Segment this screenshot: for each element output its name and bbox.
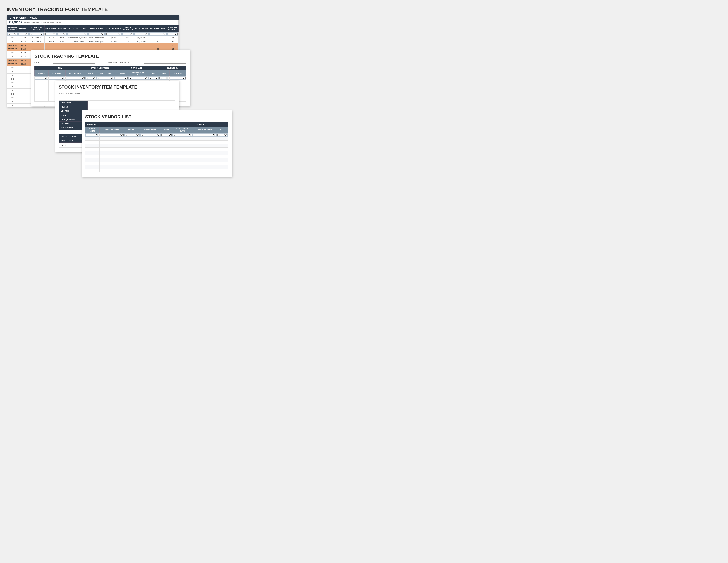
- filter-itemname[interactable]: ▼: [44, 32, 57, 36]
- table-cell: E123: [18, 51, 29, 55]
- table-row: [85, 151, 228, 155]
- table-cell: [124, 137, 140, 141]
- sub-unit: UNIT: [148, 70, 159, 76]
- table-cell: 14: [167, 36, 178, 39]
- filter-totalval[interactable]: ▼: [134, 32, 149, 36]
- table-cell: [35, 80, 49, 84]
- filter-reorderlevel[interactable]: ▼: [149, 32, 167, 36]
- table-cell: OK: [7, 81, 18, 85]
- table-cell: OK: [7, 92, 18, 96]
- table-cell: [57, 43, 67, 47]
- vf-email[interactable]: ▼: [217, 133, 228, 137]
- stkf-area[interactable]: ▼: [85, 76, 96, 80]
- table-cell: [122, 43, 134, 47]
- table-cell: [140, 169, 161, 172]
- stkf-desc[interactable]: ▼: [65, 76, 85, 80]
- vf-contact[interactable]: ▼: [193, 133, 217, 137]
- vf-cost[interactable]: ▼: [161, 133, 172, 137]
- vf-product[interactable]: ▼: [99, 133, 124, 137]
- table-cell: [193, 158, 217, 162]
- table-cell: [140, 158, 161, 162]
- table-cell: [193, 155, 217, 158]
- table-cell: F123: [18, 55, 29, 58]
- stock-inventory-title: STOCK INVENTORY ITEM TEMPLATE: [59, 85, 175, 90]
- table-cell: [161, 148, 172, 151]
- group-location: STOCK LOCATION: [85, 66, 114, 70]
- table-cell: Outdoor Pallet: [67, 39, 88, 43]
- table-cell: [124, 141, 140, 144]
- table-cell: [161, 158, 172, 162]
- filter-qty[interactable]: ▼: [122, 32, 134, 36]
- vf-web[interactable]: ▼: [124, 133, 140, 137]
- table-cell: Cole: [57, 36, 67, 39]
- table-cell: [99, 137, 124, 141]
- table-cell: 2: [167, 43, 178, 47]
- table-cell: [18, 66, 29, 70]
- table-cell: OK: [7, 77, 18, 81]
- table-cell: [217, 137, 228, 141]
- table-cell: OK: [7, 85, 18, 88]
- table-cell: OK: [7, 88, 18, 92]
- table-cell: [99, 151, 124, 155]
- filter-cost[interactable]: ▼: [105, 32, 122, 36]
- stkf-unit[interactable]: ▼: [148, 76, 159, 80]
- table-cell: ITEM A: [44, 36, 57, 39]
- filter-desc[interactable]: ▼: [88, 32, 105, 36]
- stkf-itemno[interactable]: ▼: [35, 76, 49, 80]
- table-cell: [85, 141, 100, 144]
- table-cell: [161, 155, 172, 158]
- table-row: [85, 137, 228, 141]
- table-cell: REORDER: [7, 43, 18, 47]
- group-inventory: INVENTORY: [159, 66, 186, 70]
- filter-location[interactable]: ▼: [67, 32, 88, 36]
- group-purchase: PURCHASE: [114, 66, 159, 70]
- col-vendor: VENDOR: [57, 25, 67, 32]
- filter-itemno[interactable]: ▼: [18, 32, 29, 36]
- field-itemname-value[interactable]: [88, 101, 175, 105]
- table-cell: [18, 73, 29, 77]
- company-name: YOUR COMPANY NAME: [59, 92, 175, 94]
- table-cell: [161, 137, 172, 141]
- filter-reorder[interactable]: ▼: [7, 32, 18, 36]
- table-cell: [99, 162, 124, 165]
- stkf-itemname[interactable]: ▼: [49, 76, 66, 80]
- vcol-contactname: CONTACT NAME: [193, 127, 217, 133]
- filter-daysper[interactable]: ▼: [167, 32, 178, 36]
- vf-vendorname[interactable]: ▼: [85, 133, 100, 137]
- date-field[interactable]: [53, 61, 95, 64]
- table-cell: [193, 144, 217, 148]
- vcol-description: DESCRIPTION: [140, 127, 161, 133]
- col-itemname: ITEM NAME: [44, 25, 57, 32]
- table-cell: [35, 87, 49, 91]
- filter-date[interactable]: ▼: [29, 32, 44, 36]
- table-cell: [18, 81, 29, 85]
- table-cell: [35, 94, 49, 98]
- filter-vendor[interactable]: ▼: [57, 32, 67, 36]
- table-cell: [18, 96, 29, 100]
- table-cell: B123: [18, 39, 29, 43]
- field-itemno-value[interactable]: [88, 105, 175, 109]
- vendor-group-vendor: VENDOR: [85, 122, 193, 127]
- stkf-vendoritemno[interactable]: ▼: [128, 76, 148, 80]
- table-row: OKB1235/20/2016ITEM BColeOutdoor PalletI…: [7, 39, 179, 43]
- table-cell: [29, 43, 44, 47]
- vcol-email: EMA...: [217, 127, 228, 133]
- table-cell: 50: [149, 39, 167, 43]
- stkf-shelf[interactable]: ▼: [96, 76, 114, 80]
- vendor-table: VENDOR CONTACT VENDORNAME PRODUCT NAME W…: [85, 122, 228, 172]
- table-cell: [172, 148, 193, 151]
- table-row: [85, 155, 228, 158]
- signature-field[interactable]: [144, 61, 186, 64]
- table-cell: 5/20/2016: [29, 39, 44, 43]
- stkf-qty[interactable]: ▼: [159, 76, 169, 80]
- stkf-vendor[interactable]: ▼: [114, 76, 128, 80]
- table-cell: [140, 137, 161, 141]
- table-cell: [217, 148, 228, 151]
- vf-desc[interactable]: ▼: [140, 133, 161, 137]
- table-cell: [44, 43, 57, 47]
- table-cell: [85, 165, 100, 169]
- table-cell: [140, 165, 161, 169]
- stkf-itemarea[interactable]: ▼: [170, 76, 186, 80]
- vf-lead[interactable]: ▼: [172, 133, 193, 137]
- table-cell: [140, 151, 161, 155]
